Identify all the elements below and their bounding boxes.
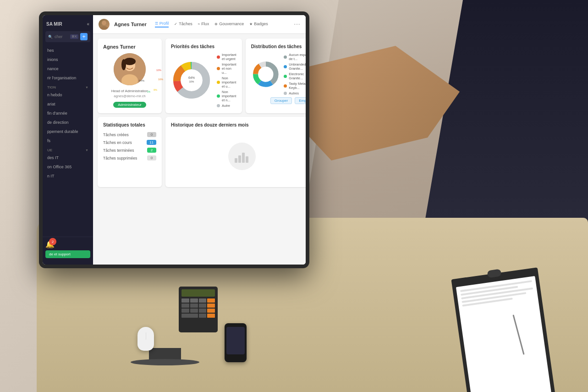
- legend-dot-2: [217, 67, 220, 70]
- tab-badges[interactable]: ★ Badges: [249, 21, 268, 28]
- tab-flux[interactable]: ≈ Flux: [198, 21, 209, 28]
- chart-icon-placeholder: [228, 143, 256, 170]
- help-support-btn[interactable]: de et support: [45, 250, 90, 258]
- calc-btn: [190, 304, 198, 308]
- sidebar-section-tion: TION ▼: [43, 83, 93, 90]
- add-button[interactable]: +: [80, 33, 88, 40]
- content-area: Agnes Turner: [93, 34, 306, 265]
- tab-gouvernance[interactable]: ⊕ Gouvernance: [214, 21, 244, 28]
- sidebar-item-6[interactable]: ariat: [43, 99, 93, 109]
- sidebar-item-3[interactable]: nance: [43, 64, 93, 73]
- gouvernance-icon: ⊕: [214, 22, 218, 26]
- tab-taches[interactable]: ✓ Tâches: [174, 21, 192, 28]
- svg-rect-28: [242, 153, 245, 163]
- emplir-btn[interactable]: Emplir: [295, 97, 306, 104]
- calc-btn: [199, 298, 207, 303]
- sidebar-item-12[interactable]: on Office 365: [43, 162, 93, 171]
- calculator-display: [181, 289, 215, 297]
- sidebar-item-2[interactable]: inions: [43, 55, 93, 64]
- calculator: [179, 287, 218, 332]
- profile-admin-badge: Administrateur: [113, 102, 146, 108]
- dist-dot-3: [284, 75, 287, 78]
- legend-dot-1: [217, 55, 220, 59]
- sidebar: SA MIR « 🔍 ⌘K + hes inions nance rir l'o…: [43, 15, 93, 265]
- calc-btn: [190, 298, 198, 303]
- legend-item-3: Non important et u...: [217, 76, 236, 88]
- svg-point-7: [121, 59, 126, 70]
- phone-screen: [226, 327, 245, 354]
- sidebar-item-7[interactable]: fin d'année: [43, 109, 93, 118]
- content-grid: Agnes Turner: [98, 39, 301, 187]
- svg-rect-26: [235, 158, 237, 163]
- sidebar-bottom: 🔔 2 de et support: [43, 237, 93, 261]
- dist-legend-2: Unbranded Granite...: [284, 62, 306, 71]
- svg-point-1: [100, 26, 108, 30]
- sidebar-item-11[interactable]: des IT: [43, 153, 93, 162]
- distribution-donut-chart: [251, 56, 280, 93]
- sidebar-item-10[interactable]: fs: [43, 136, 93, 145]
- tab-profil[interactable]: ☰ Profil: [155, 21, 169, 28]
- sidebar-item-1[interactable]: hes: [43, 46, 93, 55]
- distribution-legend: Aucun espace de t... Unbranded Granite..…: [284, 53, 306, 95]
- dist-legend-1: Aucun espace de t...: [284, 53, 306, 61]
- notification-area[interactable]: 🔔 2: [45, 240, 55, 248]
- sidebar-item-9[interactable]: ppement durable: [43, 127, 93, 136]
- stats-title: Statistiques totales: [103, 122, 156, 127]
- stat-value-3: 2: [147, 148, 156, 153]
- mouse-line: [146, 332, 146, 340]
- priorities-donut-chart: 64% 10%: [171, 60, 212, 101]
- search-icon: 🔍: [48, 35, 53, 39]
- clipboard-clip: [487, 269, 502, 278]
- calc-btn: [190, 309, 198, 313]
- sidebar-item-5[interactable]: n hebdo: [43, 90, 93, 99]
- dist-dot-4: [284, 84, 287, 88]
- svg-point-0: [102, 21, 106, 25]
- calc-btn: [199, 304, 207, 308]
- sidebar-logo-area: SA MIR «: [43, 19, 93, 29]
- sidebar-nav: hes inions nance rir l'organisation TION…: [43, 44, 93, 237]
- legend-item-4: Non important et n...: [217, 90, 236, 102]
- calc-btn: [207, 304, 215, 308]
- calc-btn-zero: [181, 314, 198, 318]
- stat-value-1: 0: [147, 132, 156, 137]
- priorities-title: Priorités des tâches: [171, 44, 236, 49]
- chevron-down-icon-2: ▼: [85, 149, 88, 152]
- dist-dot-2: [284, 65, 287, 68]
- main-content: Agnes Turner ☰ Profil ✓ Tâches ≈: [93, 15, 306, 265]
- sidebar-section-ue: UE ▼: [43, 145, 93, 153]
- sidebar-collapse-btn[interactable]: «: [87, 22, 89, 27]
- svg-text:1%: 1%: [147, 90, 151, 93]
- topbar-user-name: Agnes Turner: [114, 22, 147, 27]
- stat-row-4: Tâches supprimées 0: [103, 155, 156, 160]
- search-input[interactable]: [55, 34, 68, 39]
- svg-text:10%: 10%: [189, 80, 194, 83]
- search-kbd: ⌘K: [70, 34, 78, 39]
- legend-dot-4: [217, 94, 220, 98]
- distribution-chart-container: Aucun espace de t... Unbranded Granite..…: [251, 53, 306, 95]
- calc-btn: [207, 314, 215, 318]
- dist-legend-3: Electronic Granite...: [284, 72, 306, 80]
- mouse: [137, 327, 154, 351]
- grouper-btn[interactable]: Grouper: [270, 97, 292, 104]
- app-logo-text: SA MIR: [46, 22, 62, 27]
- svg-rect-29: [246, 156, 248, 163]
- svg-rect-27: [238, 155, 241, 163]
- sidebar-item-4[interactable]: rir l'organisation: [43, 73, 93, 83]
- history-card: Historique des douze derniers mois: [165, 117, 306, 187]
- history-content: [171, 131, 306, 182]
- calc-btn: [199, 314, 207, 318]
- stat-row-1: Tâches créées 0: [103, 132, 156, 137]
- search-bar[interactable]: 🔍 ⌘K +: [45, 31, 90, 42]
- calc-btn: [181, 298, 189, 303]
- calc-btn: [207, 298, 215, 303]
- sidebar-item-13[interactable]: n IT: [43, 171, 93, 181]
- chevron-down-icon: ▼: [85, 86, 88, 89]
- smartphone: [225, 323, 247, 362]
- sidebar-item-8[interactable]: de direction: [43, 118, 93, 127]
- calc-btn: [199, 309, 207, 313]
- dist-dot-5: [284, 92, 287, 95]
- calc-btn: [207, 309, 215, 313]
- calc-btn: [181, 309, 189, 313]
- topbar-more-btn[interactable]: ⋯: [294, 21, 300, 28]
- taches-icon: ✓: [174, 22, 177, 26]
